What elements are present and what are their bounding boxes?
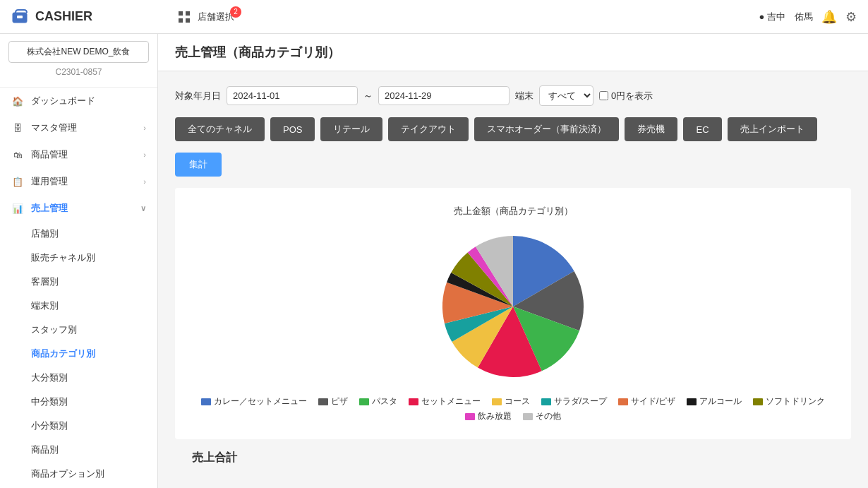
topbar-right: ● 吉中 佑馬 🔔 ⚙ — [759, 9, 857, 25]
legend-color-curry — [201, 398, 211, 405]
settings-icon[interactable]: ⚙ — [845, 9, 857, 25]
legend-side: サイド/ピザ — [618, 395, 675, 407]
channel-takeout-button[interactable]: テイクアウト — [388, 117, 469, 141]
date-to-input[interactable] — [378, 86, 510, 105]
legend-salad: サラダ/スープ — [541, 395, 607, 407]
channel-smartphone-button[interactable]: スマホオーダー（事前決済） — [474, 117, 619, 141]
sidebar-item-label: 運用管理 — [31, 175, 68, 188]
svg-rect-1 — [17, 16, 23, 18]
company-select-button[interactable]: 株式会社NEW DEMO_飲食 — [8, 41, 149, 63]
legend-color-course — [492, 398, 502, 405]
legend-label-pizza: ピザ — [331, 395, 348, 407]
legend-color-pasta — [359, 398, 369, 405]
arrow-icon: › — [143, 177, 146, 186]
legend-color-side — [618, 398, 628, 405]
chevron-down-icon: ∨ — [140, 204, 146, 213]
store-label: 店舗選択 — [198, 11, 234, 23]
legend-color-nomihoudai — [465, 413, 475, 420]
store-select-button[interactable]: 店舗選択 2 — [198, 11, 234, 23]
notification-icon[interactable]: 🔔 — [821, 9, 837, 25]
company-id: C2301-0857 — [8, 63, 149, 80]
app-name: CASHIER — [35, 9, 92, 24]
sidebar-company: 株式会社NEW DEMO_飲食 C2301-0857 — [0, 34, 157, 88]
pie-chart-container — [192, 229, 834, 384]
legend-label-soft-drink: ソフトドリンク — [766, 395, 825, 407]
sidebar-item-label: ダッシュボード — [31, 95, 95, 107]
sales-total-title: 売上合計 — [175, 439, 851, 471]
legend-color-other — [523, 413, 533, 420]
chart-legend: カレー／セットメニュー ピザ パスタ セットメニュー — [192, 395, 834, 422]
legend-color-alcohol — [687, 398, 697, 405]
sidebar-item-master[interactable]: 🗄 マスタ管理 › — [0, 114, 157, 141]
sidebar-sub-by-store[interactable]: 店舗別 — [31, 222, 157, 246]
zero-display-checkbox[interactable]: 0円を表示 — [599, 90, 653, 102]
sidebar-sub-by-option[interactable]: 商品オプション別 — [31, 462, 157, 486]
legend-other: その他 — [523, 410, 561, 422]
logo-icon — [11, 7, 31, 27]
arrow-icon: › — [143, 150, 146, 159]
database-icon: 🗄 — [11, 121, 24, 134]
legend-label-set-menu: セットメニュー — [421, 395, 481, 407]
sidebar-sub-by-terminal[interactable]: 端末別 — [31, 294, 157, 318]
terminal-select[interactable]: すべて — [539, 85, 593, 106]
sidebar-item-product[interactable]: 🛍 商品管理 › — [0, 141, 157, 168]
app-logo: CASHIER — [11, 7, 167, 27]
channel-all-button[interactable]: 全てのチャネル — [175, 117, 265, 141]
sidebar-sub-by-customer[interactable]: 客層別 — [31, 270, 157, 294]
sidebar-sub-by-small[interactable]: 小分類別 — [31, 414, 157, 438]
main-content: 売上管理（商品カテゴリ別） 対象年月日 ～ 端末 すべて 0円を表示 — [158, 34, 868, 488]
channel-buttons: 全てのチャネル POS リテール テイクアウト スマホオーダー（事前決済） 券売… — [175, 117, 851, 141]
sidebar-item-sales[interactable]: 📊 売上管理 ∨ — [0, 195, 157, 222]
svg-rect-4 — [179, 18, 183, 23]
doc-icon: 📋 — [11, 175, 24, 188]
sidebar-sub-by-product[interactable]: 商品別 — [31, 438, 157, 462]
legend-course: コース — [492, 395, 530, 407]
svg-rect-2 — [179, 11, 183, 16]
legend-label-other: その他 — [536, 410, 561, 422]
legend-nomihoudai: 飲み放題 — [465, 410, 512, 422]
legend-pasta: パスタ — [359, 395, 397, 407]
sidebar-item-dashboard[interactable]: 🏠 ダッシュボード — [0, 88, 157, 114]
legend-color-salad — [541, 398, 551, 405]
date-label: 対象年月日 — [175, 90, 221, 102]
sidebar-item-label: マスタ管理 — [31, 121, 77, 134]
sidebar-sub-by-large[interactable]: 大分類別 — [31, 366, 157, 390]
legend-label-pasta: パスタ — [372, 395, 397, 407]
channel-pos-button[interactable]: POS — [270, 117, 315, 141]
tilde-separator: ～ — [363, 90, 373, 102]
channel-retail-button[interactable]: リテール — [320, 117, 382, 141]
topbar: CASHIER 店舗選択 2 ● 吉中 佑馬 🔔 ⚙ — [0, 0, 868, 34]
channel-import-button[interactable]: 売上インポート — [728, 117, 817, 141]
legend-color-set-menu — [409, 398, 418, 405]
sidebar-sales-submenu: 店舗別 販売チャネル別 客層別 端末別 スタッフ別 商品カテゴリ別 大分類別 中… — [0, 222, 157, 486]
channel-ec-button[interactable]: EC — [683, 117, 721, 141]
chart-title: 売上金額（商品カテゴリ別） — [192, 205, 834, 218]
legend-label-nomihoudai: 飲み放題 — [478, 410, 512, 422]
grid-icon[interactable] — [178, 11, 191, 23]
terminal-label: 端末 — [515, 90, 534, 102]
legend-set-menu: セットメニュー — [409, 395, 481, 407]
sidebar-sub-by-staff[interactable]: スタッフ別 — [31, 318, 157, 342]
home-icon: 🏠 — [11, 95, 24, 107]
sidebar-item-operation[interactable]: 📋 運用管理 › — [0, 168, 157, 195]
user-name: ● 吉中 佑馬 — [759, 11, 813, 23]
zero-checkbox-input[interactable] — [599, 91, 608, 100]
aggregate-button[interactable]: 集計 — [175, 153, 222, 177]
svg-rect-3 — [186, 11, 190, 16]
shopping-icon: 🛍 — [11, 148, 24, 161]
legend-soft-drink: ソフトドリンク — [753, 395, 825, 407]
channel-ticket-button[interactable]: 券売機 — [625, 117, 677, 141]
svg-rect-5 — [186, 18, 190, 23]
chart-icon: 📊 — [11, 202, 24, 215]
legend-color-pizza — [318, 398, 328, 405]
legend-curry: カレー／セットメニュー — [201, 395, 307, 407]
page-title: 売上管理（商品カテゴリ別） — [175, 44, 851, 61]
sidebar-sub-by-medium[interactable]: 中分類別 — [31, 390, 157, 414]
sidebar: 株式会社NEW DEMO_飲食 C2301-0857 🏠 ダッシュボード 🗄 マ… — [0, 34, 158, 488]
pie-chart — [435, 229, 591, 384]
filter-row: 対象年月日 ～ 端末 すべて 0円を表示 — [175, 85, 851, 106]
sidebar-sub-by-channel[interactable]: 販売チャネル別 — [31, 246, 157, 270]
legend-label-alcohol: アルコール — [699, 395, 742, 407]
sidebar-sub-by-category[interactable]: 商品カテゴリ別 — [31, 342, 157, 366]
date-from-input[interactable] — [227, 86, 358, 105]
